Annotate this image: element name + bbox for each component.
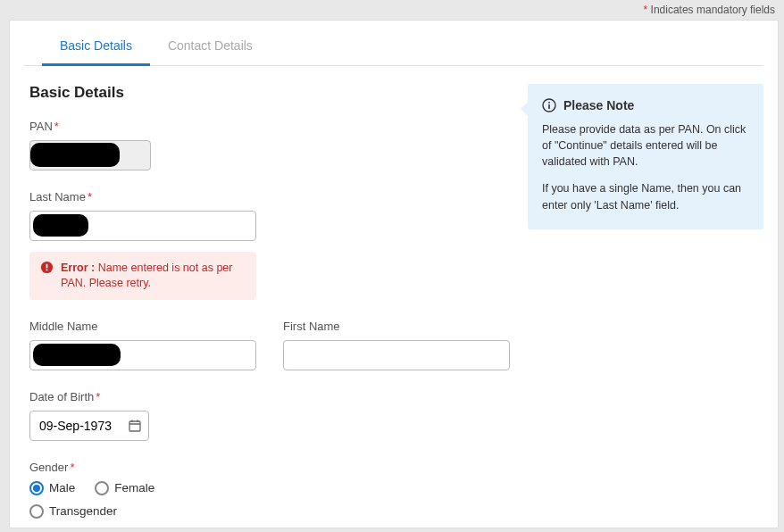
section-title: Basic Details [29, 84, 510, 102]
tab-bar: Basic Details Contact Details [24, 29, 763, 66]
firstname-label: First Name [283, 320, 510, 333]
gender-male-radio[interactable]: Male [29, 481, 75, 495]
gender-transgender-radio[interactable]: Transgender [29, 504, 510, 519]
gender-label: Gender* [29, 461, 510, 474]
redacted-middlename [33, 344, 121, 366]
tab-basic-details[interactable]: Basic Details [42, 29, 150, 66]
info-icon [542, 98, 556, 112]
mandatory-indicator: * Indicates mandatory fields [9, 0, 779, 20]
lastname-label: Last Name* [29, 190, 510, 204]
tab-contact-details[interactable]: Contact Details [150, 29, 271, 66]
dob-input[interactable] [29, 411, 149, 441]
pan-label: PAN* [29, 120, 510, 133]
middlename-label: Middle Name [29, 320, 256, 333]
svg-rect-2 [46, 270, 48, 271]
error-prefix: Error : [61, 262, 95, 274]
svg-rect-8 [548, 104, 550, 109]
dob-label: Date of Birth* [29, 390, 510, 403]
gender-female-radio[interactable]: Female [95, 481, 154, 495]
svg-rect-1 [46, 264, 48, 269]
error-box: Error : Name entered is not as per PAN. … [29, 252, 256, 300]
please-note-box: Please Note Please provide data as per P… [528, 84, 763, 229]
note-title: Please Note [563, 98, 634, 112]
svg-rect-9 [548, 102, 550, 104]
redacted-pan [30, 143, 120, 167]
redacted-lastname [33, 214, 88, 237]
note-paragraph-1: Please provide data as per PAN. On click… [542, 121, 749, 170]
firstname-input[interactable] [283, 340, 510, 370]
error-icon [40, 261, 54, 274]
note-paragraph-2: If you have a single Name, then you can … [542, 180, 749, 212]
form-card: Basic Details Contact Details Basic Deta… [9, 20, 779, 528]
